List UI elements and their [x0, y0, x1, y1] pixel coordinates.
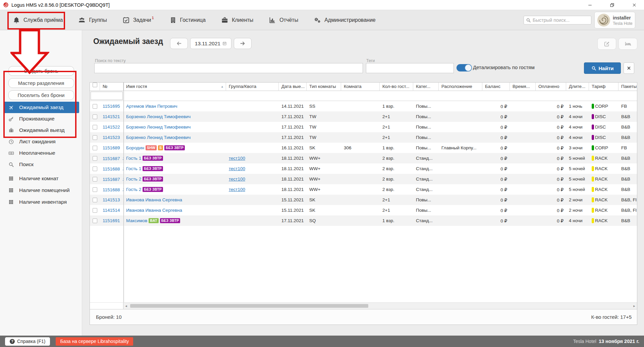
sidebar-item-spaces-availability[interactable]: Наличие помещений — [3, 184, 79, 196]
table-row[interactable]: 1141523Борзенко Леонид Тимофеевич17.11.2… — [90, 132, 637, 143]
split-wizard-button[interactable]: Мастер разделения — [8, 78, 74, 88]
nav-item-groups[interactable]: Группы — [78, 16, 107, 24]
table-row[interactable]: 1151695Артемов Иван Петрович14.11.2021SS… — [90, 101, 637, 111]
text-search-input[interactable] — [94, 63, 363, 73]
date-next-button[interactable] — [234, 38, 252, 49]
sidebar-item-inventory-availability[interactable]: Наличие инвентаря — [3, 196, 79, 208]
table-row[interactable]: 1141513Иванова Иванна Сергевна15.11.2021… — [90, 195, 637, 205]
booking-number-link[interactable]: 1151695 — [103, 104, 120, 109]
scroll-left-arrow[interactable]: ◄ — [123, 303, 129, 309]
create-booking-button[interactable]: Создать бронь — [8, 66, 74, 76]
row-checkbox[interactable] — [93, 166, 97, 171]
nav-item-reception[interactable]: Служба приёма — [13, 16, 63, 24]
minimize-button[interactable] — [586, 1, 594, 9]
cell-dur: 5 ночей — [566, 156, 589, 161]
table-row[interactable]: 1151689БородинSHWSБЕЗ ЗВТР16.11.2021SK30… — [90, 143, 637, 153]
row-checkbox[interactable] — [93, 114, 97, 119]
column-header-time[interactable]: Время... — [510, 83, 536, 91]
help-button[interactable]: ? Справка (F1) — [5, 337, 50, 346]
nav-item-hotel[interactable]: Гостиница — [169, 16, 206, 24]
checkin-no-booking-button[interactable]: Поселить без брони — [8, 90, 74, 100]
group-quota-link[interactable]: тест100 — [229, 156, 245, 161]
user-menu[interactable]: installer Tesla Hotel — [594, 12, 635, 29]
cell-balance: 0 ₽ — [482, 187, 510, 192]
booking-number-link[interactable]: 1141523 — [103, 135, 120, 140]
row-checkbox[interactable] — [93, 177, 97, 182]
scroll-right-arrow[interactable]: ► — [632, 303, 637, 309]
sidebar-item-search[interactable]: Поиск — [3, 159, 79, 170]
row-checkbox[interactable] — [93, 146, 97, 150]
booking-number-link[interactable]: 1151691 — [103, 218, 120, 223]
sidebar-item-in-house[interactable]: Проживающие — [3, 113, 79, 125]
column-header-loc[interactable]: Расположение — [439, 83, 482, 91]
scrollbar-thumb[interactable] — [130, 304, 368, 308]
row-checkbox[interactable] — [93, 198, 97, 202]
row-checkbox[interactable] — [93, 218, 97, 223]
group-quota-link[interactable]: тест100 — [229, 166, 245, 171]
find-button[interactable]: Найти — [584, 62, 621, 74]
group-quota-link[interactable]: тест100 — [229, 177, 245, 182]
close-button[interactable] — [631, 1, 638, 9]
booking-number-link[interactable]: 1151689 — [103, 145, 120, 150]
table-row[interactable]: 1151687Гость 2БЕЗ ЗВТРтест10018.11.2021W… — [90, 174, 637, 184]
booking-number-link[interactable]: 1141521 — [103, 114, 120, 119]
booking-number-link[interactable]: 1141513 — [103, 197, 120, 202]
column-header-id[interactable]: № — [100, 83, 123, 91]
booking-number-link[interactable]: 1141522 — [103, 125, 120, 130]
column-header-check[interactable] — [90, 83, 100, 91]
column-header-type[interactable]: Тип комнаты — [307, 83, 341, 91]
table-filter-cell[interactable] — [91, 92, 123, 100]
column-header-guests[interactable]: Кол-во гост... — [380, 83, 413, 91]
column-header-quota[interactable]: Группа/Квота — [226, 83, 279, 91]
nav-item-reports[interactable]: Отчёты — [269, 16, 298, 24]
scrollbar-track[interactable]: ◄ ► — [123, 303, 637, 309]
row-checkbox[interactable] — [93, 125, 97, 130]
group-quota-link[interactable]: тест100 — [229, 187, 245, 192]
row-checkbox[interactable] — [93, 187, 97, 192]
detail-by-guests-toggle[interactable] — [457, 64, 472, 71]
sidebar-item-rooms-availability[interactable]: Наличие комнат — [3, 172, 79, 184]
table-row[interactable]: 1141521Борзенко Леонид Тимофеевич17.11.2… — [90, 111, 637, 122]
column-header-tariff[interactable]: Тариф — [589, 83, 619, 91]
booking-number-link[interactable]: 1141514 — [103, 208, 120, 213]
cell-pkg: FB — [619, 104, 637, 109]
sidebar-item-expected-departure[interactable]: Ожидаемый выезд — [3, 125, 79, 136]
column-header-room[interactable]: Комната — [341, 83, 380, 91]
column-header-date[interactable]: Дата вые... — [279, 83, 307, 91]
sidebar-item-expected-arrival[interactable]: Ожидаемый заезд — [3, 102, 79, 113]
table-row[interactable]: 1151688Гость 2БЕЗ ЗВТРтест10018.11.2021W… — [90, 184, 637, 195]
column-header-pkg[interactable]: Пакеты — [619, 83, 637, 91]
table-row[interactable]: 1141522Борзенко Леонид Тимофеевич17.11.2… — [90, 122, 637, 132]
row-checkbox[interactable] — [93, 135, 97, 140]
clear-filter-button[interactable] — [624, 62, 634, 74]
table-row[interactable]: 1151688Гость 1БЕЗ ЗВТРтест10018.11.2021W… — [90, 163, 637, 174]
table-row[interactable]: 1151691МаксимовBATБЕЗ ЗВТР17.11.2021SQ1 … — [90, 215, 637, 226]
row-checkbox[interactable] — [93, 208, 97, 213]
table-row[interactable]: 1151687Гость 1БЕЗ ЗВТРтест10018.11.2021W… — [90, 153, 637, 163]
booking-number-link[interactable]: 1151688 — [103, 166, 120, 171]
row-checkbox[interactable] — [93, 104, 97, 109]
column-header-dur[interactable]: Длите... — [566, 83, 589, 91]
date-picker[interactable]: 13.11.2021 — [190, 38, 231, 49]
quick-search-input[interactable] — [533, 17, 593, 23]
row-checkbox[interactable] — [93, 156, 97, 161]
column-header-balance[interactable]: Баланс — [482, 83, 510, 91]
restore-button[interactable] — [608, 1, 616, 9]
room-assign-button[interactable] — [619, 38, 637, 50]
column-header-name[interactable]: Имя гостя▲ — [123, 83, 226, 91]
edit-button[interactable] — [597, 38, 616, 50]
booking-number-link[interactable]: 1151687 — [103, 156, 120, 161]
column-header-paid[interactable]: Оплачено — [536, 83, 566, 91]
sidebar-item-waiting-list[interactable]: Лист ожидания — [3, 136, 79, 147]
sidebar-item-unpaid[interactable]: Неоплаченные — [3, 147, 79, 159]
column-header-cat[interactable]: Катег... — [413, 83, 439, 91]
tags-input[interactable] — [366, 63, 454, 73]
nav-item-clients[interactable]: Клиенты — [221, 16, 253, 24]
nav-item-admin[interactable]: Администрирование — [314, 16, 376, 24]
date-prev-button[interactable] — [170, 38, 188, 49]
select-all-checkbox[interactable] — [93, 83, 97, 87]
nav-item-tasks[interactable]: Задачи1 — [122, 16, 154, 24]
booking-number-link[interactable]: 1151687 — [103, 177, 120, 182]
table-row[interactable]: 1141514Иванова Иванна Сергевна15.11.2021… — [90, 205, 637, 215]
booking-number-link[interactable]: 1151688 — [103, 187, 120, 192]
